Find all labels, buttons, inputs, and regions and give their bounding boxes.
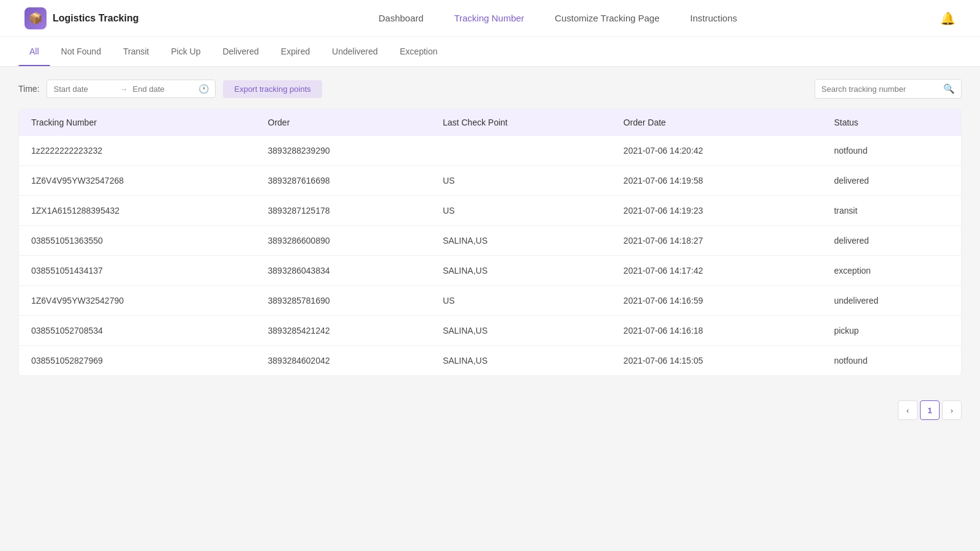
table-row[interactable]: 1z222222222323238932882392902021-07-06 1…: [19, 136, 961, 166]
last-check-point: US: [431, 196, 611, 226]
tracking-number: 1Z6V4V95YW32547268: [19, 166, 255, 196]
date-range-picker[interactable]: → 🕐: [47, 80, 216, 98]
nav-item-dashboard[interactable]: Dashboard: [379, 10, 423, 26]
search-bar[interactable]: 🔍: [815, 79, 962, 99]
tracking-table: Tracking NumberOrderLast Check PointOrde…: [18, 108, 962, 376]
table-row[interactable]: 0385510528279693893284602042SALINA,US202…: [19, 346, 961, 376]
nav-item-customize-tracking-page[interactable]: Customize Tracking Page: [555, 10, 660, 26]
table-row[interactable]: 1Z6V4V95YW325427903893285781690US2021-07…: [19, 286, 961, 316]
col-header-tracking-number: Tracking Number: [19, 109, 255, 136]
col-header-status: Status: [822, 109, 961, 136]
table-row[interactable]: 0385510514341373893286043834SALINA,US202…: [19, 256, 961, 286]
table-row[interactable]: 1ZX1A61512883954323893287125178US2021-07…: [19, 196, 961, 226]
order-date: 2021-07-06 14:15:05: [611, 346, 822, 376]
status-cell: notfound: [822, 136, 961, 166]
last-check-point: SALINA,US: [431, 316, 611, 346]
content: Time: → 🕐 Export tracking points 🔍 Track…: [0, 67, 980, 388]
tab-not-found[interactable]: Not Found: [50, 37, 112, 66]
date-separator: →: [119, 84, 127, 94]
page-1-button[interactable]: 1: [920, 400, 940, 420]
nav-item-instructions[interactable]: Instructions: [690, 10, 737, 26]
order-number: 3893284602042: [255, 346, 431, 376]
last-check-point: SALINA,US: [431, 256, 611, 286]
header-right: 🔔: [940, 11, 956, 26]
table-header-row: Tracking NumberOrderLast Check PointOrde…: [19, 109, 961, 136]
pagination: ‹ 1 ›: [0, 388, 980, 432]
tracking-number: 038551051363550: [19, 226, 255, 256]
last-check-point: US: [431, 286, 611, 316]
logo-icon: 📦: [24, 7, 47, 29]
search-icon: 🔍: [943, 83, 955, 94]
table-row[interactable]: 0385510527085343893285421242SALINA,US202…: [19, 316, 961, 346]
table-row[interactable]: 1Z6V4V95YW325472683893287616698US2021-07…: [19, 166, 961, 196]
main-nav: DashboardTracking NumberCustomize Tracki…: [175, 10, 940, 26]
filter-bar: Time: → 🕐 Export tracking points 🔍: [18, 79, 962, 99]
order-number: 3893288239290: [255, 136, 431, 166]
tracking-number: 1Z6V4V95YW32542790: [19, 286, 255, 316]
tracking-number: 1z2222222223232: [19, 136, 255, 166]
tracking-number: 038551052827969: [19, 346, 255, 376]
order-date: 2021-07-06 14:19:58: [611, 166, 822, 196]
tab-transit[interactable]: Transit: [112, 37, 160, 66]
tracking-number: 038551051434137: [19, 256, 255, 286]
order-number: 3893286600890: [255, 226, 431, 256]
col-header-order: Order: [255, 109, 431, 136]
status-cell: transit: [822, 196, 961, 226]
order-number: 3893285421242: [255, 316, 431, 346]
order-date: 2021-07-06 14:17:42: [611, 256, 822, 286]
tab-exception[interactable]: Exception: [389, 37, 448, 66]
order-number: 3893285781690: [255, 286, 431, 316]
end-date-input[interactable]: [132, 84, 194, 94]
order-date: 2021-07-06 14:16:18: [611, 316, 822, 346]
time-label: Time:: [18, 84, 39, 94]
nav-item-tracking-number[interactable]: Tracking Number: [454, 10, 524, 26]
notification-icon[interactable]: 🔔: [940, 12, 956, 25]
tab-pick-up[interactable]: Pick Up: [160, 37, 211, 66]
last-check-point: SALINA,US: [431, 346, 611, 376]
status-cell: notfound: [822, 346, 961, 376]
order-date: 2021-07-06 14:16:59: [611, 286, 822, 316]
tab-delivered[interactable]: Delivered: [211, 37, 270, 66]
last-check-point: SALINA,US: [431, 226, 611, 256]
order-number: 3893286043834: [255, 256, 431, 286]
col-header-order-date: Order Date: [611, 109, 822, 136]
status-cell: exception: [822, 256, 961, 286]
status-cell: delivered: [822, 166, 961, 196]
tabs-bar: AllNot FoundTransitPick UpDeliveredExpir…: [0, 37, 980, 67]
header: 📦 Logistics Tracking DashboardTracking N…: [0, 0, 980, 37]
status-cell: undelivered: [822, 286, 961, 316]
next-page-button[interactable]: ›: [942, 400, 962, 420]
logo-text: Logistics Tracking: [53, 13, 138, 24]
tracking-number: 1ZX1A6151288395432: [19, 196, 255, 226]
status-cell: pickup: [822, 316, 961, 346]
last-check-point: [431, 136, 611, 166]
tab-all[interactable]: All: [18, 37, 50, 66]
order-number: 3893287616698: [255, 166, 431, 196]
tab-undelivered[interactable]: Undelivered: [321, 37, 389, 66]
prev-page-button[interactable]: ‹: [898, 400, 918, 420]
order-date: 2021-07-06 14:18:27: [611, 226, 822, 256]
col-header-last-check-point: Last Check Point: [431, 109, 611, 136]
status-cell: delivered: [822, 226, 961, 256]
logo-area: 📦 Logistics Tracking: [24, 7, 138, 29]
start-date-input[interactable]: [53, 84, 115, 94]
last-check-point: US: [431, 166, 611, 196]
order-date: 2021-07-06 14:20:42: [611, 136, 822, 166]
order-date: 2021-07-06 14:19:23: [611, 196, 822, 226]
export-button[interactable]: Export tracking points: [223, 80, 322, 98]
tracking-number: 038551052708534: [19, 316, 255, 346]
calendar-icon: 🕐: [198, 84, 209, 94]
order-number: 3893287125178: [255, 196, 431, 226]
table-row[interactable]: 0385510513635503893286600890SALINA,US202…: [19, 226, 961, 256]
search-input[interactable]: [821, 84, 940, 94]
tab-expired[interactable]: Expired: [270, 37, 321, 66]
